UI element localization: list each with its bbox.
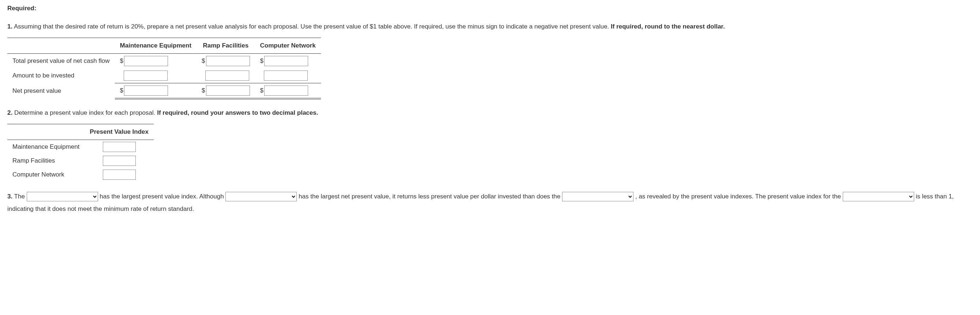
input-pvi-ramp[interactable] — [103, 156, 136, 166]
table-row: Total present value of net cash flow $ $… — [7, 53, 321, 68]
q3-part2: has the largest present value index. Alt… — [100, 193, 226, 200]
input-npv-maintenance[interactable] — [124, 85, 168, 96]
npv-table: Maintenance Equipment Ramp Facilities Co… — [7, 38, 321, 100]
npv-header-maintenance: Maintenance Equipment — [115, 38, 197, 54]
npv-header-empty — [7, 38, 115, 54]
dropdown-less-than-one[interactable] — [843, 192, 914, 201]
dropdown-largest-npv[interactable] — [226, 192, 297, 201]
q2-number: 2. — [7, 109, 13, 116]
dollar-sign: $ — [202, 56, 205, 66]
dropdown-than-does[interactable] — [562, 192, 633, 201]
q2-body: Determine a present value index for each… — [13, 109, 157, 116]
dollar-sign: $ — [260, 86, 264, 95]
q3-part4: , as revealed by the present value index… — [635, 193, 843, 200]
input-totalpv-maintenance[interactable] — [124, 56, 168, 66]
pvi-header: Present Value Index — [84, 124, 154, 140]
table-row: Net present value $ $ $ — [7, 83, 321, 99]
input-totalpv-ramp[interactable] — [206, 56, 250, 66]
input-pvi-maintenance[interactable] — [103, 142, 136, 152]
npv-header-ramp: Ramp Facilities — [197, 38, 255, 54]
q1-bold-note: If required, round to the nearest dollar… — [611, 23, 725, 30]
input-totalpv-computer[interactable] — [264, 56, 308, 66]
pvi-row-ramp: Ramp Facilities — [7, 154, 84, 168]
input-npv-ramp[interactable] — [206, 85, 250, 96]
q1-number: 1. — [7, 23, 13, 30]
table-row: Maintenance Equipment — [7, 139, 154, 154]
table-row: Amount to be invested — [7, 68, 321, 83]
input-amount-computer[interactable] — [264, 71, 308, 81]
q3-text: 3. The has the largest present value ind… — [7, 190, 973, 215]
row-label-total-pv: Total present value of net cash flow — [7, 53, 115, 68]
q2-text: 2. Determine a present value index for e… — [7, 108, 973, 118]
table-row: Computer Network — [7, 168, 154, 182]
row-label-npv: Net present value — [7, 83, 115, 99]
input-npv-computer[interactable] — [264, 85, 308, 96]
required-heading: Required: — [7, 5, 36, 12]
q3-part3: has the largest net present value, it re… — [299, 193, 562, 200]
q1-text: 1. Assuming that the desired rate of ret… — [7, 22, 973, 32]
table-row: Ramp Facilities — [7, 154, 154, 168]
pvi-row-maintenance: Maintenance Equipment — [7, 139, 84, 154]
pvi-table: Present Value Index Maintenance Equipmen… — [7, 124, 154, 182]
dollar-sign: $ — [260, 56, 264, 66]
dollar-sign: $ — [120, 86, 123, 95]
q3-number: 3. — [7, 193, 13, 200]
q1-body: Assuming that the desired rate of return… — [13, 23, 611, 30]
dollar-sign: $ — [120, 56, 123, 66]
pvi-row-computer: Computer Network — [7, 168, 84, 182]
q3-part1: The — [13, 193, 26, 200]
dropdown-largest-pvi[interactable] — [27, 192, 98, 201]
q2-bold-note: If required, round your answers to two d… — [157, 109, 318, 116]
input-amount-ramp[interactable] — [205, 71, 249, 81]
row-label-amount-invested: Amount to be invested — [7, 68, 115, 83]
input-amount-maintenance[interactable] — [124, 71, 168, 81]
pvi-header-empty — [7, 124, 84, 140]
npv-header-computer: Computer Network — [255, 38, 321, 54]
input-pvi-computer[interactable] — [103, 169, 136, 180]
dollar-sign: $ — [202, 86, 205, 95]
